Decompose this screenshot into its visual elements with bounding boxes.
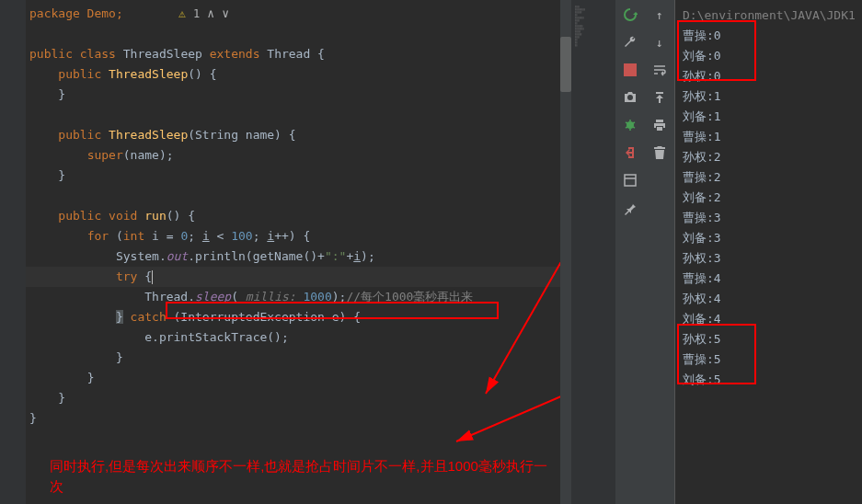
console-output[interactable]: D:\environment\JAVA\JDK1. 曹操:0 刘备:0 孙权:0…	[674, 0, 862, 504]
inspection-bar: ⚠ 1 ∧ ∨	[178, 4, 229, 24]
layout-icon[interactable]	[621, 171, 639, 189]
warning-count: 1	[193, 4, 200, 24]
console-line: 刘备:1	[683, 107, 855, 127]
console-line: 孙权:3	[683, 248, 855, 269]
console-line: 孙权:5	[683, 329, 855, 349]
trash-icon[interactable]	[650, 143, 669, 162]
console-line: 曹操:2	[683, 167, 855, 188]
wrench-icon[interactable]	[621, 33, 639, 52]
console-line: 刘备:0	[683, 46, 855, 66]
warning-icon[interactable]: ⚠	[178, 4, 186, 24]
console-line: 孙权:2	[683, 147, 855, 167]
console-line: 曹操:4	[683, 269, 855, 289]
rerun-icon[interactable]	[621, 6, 639, 24]
console-line: 孙权:4	[683, 289, 855, 309]
up-arrow-icon[interactable]: ↑	[650, 6, 669, 24]
camera-icon[interactable]	[621, 88, 639, 107]
code-minimap[interactable]: ████████████████████████████████████████…	[571, 0, 615, 504]
console-line: 刘备:5	[683, 370, 855, 390]
console-line: 孙权:1	[683, 86, 855, 107]
console-line: 刘备:3	[683, 228, 855, 248]
code-text: package Demo;	[29, 6, 123, 20]
nav-up-icon[interactable]: ∧	[207, 4, 214, 24]
console-line: 曹操:0	[683, 26, 855, 46]
nav-down-icon[interactable]: ∨	[222, 4, 229, 24]
svg-rect-4	[625, 175, 636, 186]
down-arrow-icon[interactable]: ↓	[650, 33, 669, 52]
console-line: 曹操:5	[683, 349, 855, 370]
run-toolbar-left	[615, 0, 645, 504]
console-line: 曹操:1	[683, 127, 855, 147]
svg-rect-2	[624, 63, 637, 76]
editor-gutter	[0, 0, 26, 504]
code-editor[interactable]: ⚠ 1 ∧ ∨ package Demo; public class Threa…	[26, 0, 560, 504]
console-line: 孙权:0	[683, 66, 855, 86]
run-toolbar-right: ↑ ↓	[645, 0, 674, 504]
bug-icon[interactable]	[621, 116, 639, 134]
wrap-icon[interactable]	[650, 61, 669, 79]
exit-icon[interactable]	[621, 143, 639, 162]
console-line: 刘备:2	[683, 188, 855, 208]
annotation-text: 同时执行,但是每次出来顺序不一样,也就是抢占时间片不一样,并且1000毫秒执行一…	[50, 456, 560, 497]
console-header: D:\environment\JAVA\JDK1.	[683, 6, 855, 26]
svg-point-3	[626, 121, 634, 129]
editor-scrollbar[interactable]	[560, 0, 571, 504]
console-line: 曹操:3	[683, 208, 855, 228]
print-icon[interactable]	[650, 116, 669, 134]
scroll-end-icon[interactable]	[650, 88, 669, 107]
scrollbar-thumb[interactable]	[560, 37, 571, 92]
stop-icon[interactable]	[621, 61, 639, 79]
pin-icon[interactable]	[621, 199, 639, 217]
console-line: 刘备:4	[683, 309, 855, 329]
